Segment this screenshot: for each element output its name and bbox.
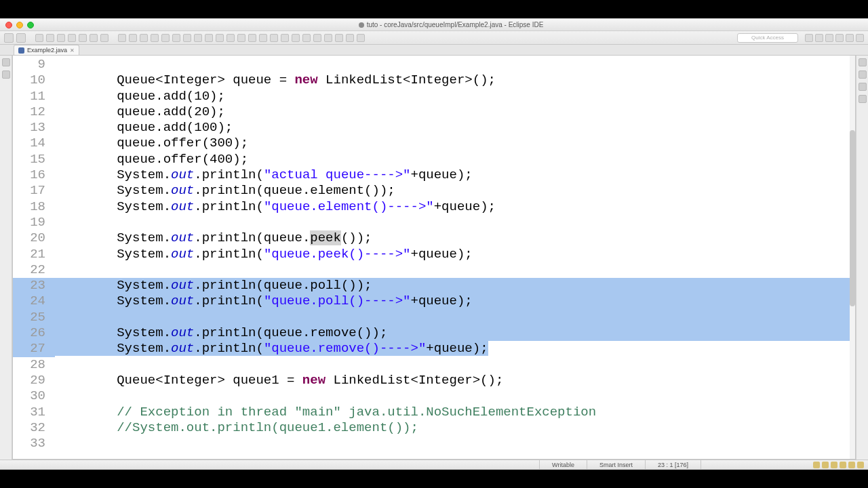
- tool-button[interactable]: [90, 34, 98, 42]
- tool-button[interactable]: [172, 34, 180, 42]
- tool-button[interactable]: [281, 34, 289, 42]
- code-line[interactable]: 30: [13, 388, 850, 404]
- perspective-button[interactable]: [805, 34, 813, 42]
- code-line[interactable]: 31 // Exception in thread "main" java.ut…: [13, 405, 850, 420]
- status-icon[interactable]: [813, 462, 820, 468]
- status-icon[interactable]: [848, 462, 855, 468]
- code-line[interactable]: 16 System.out.println("actual queue---->…: [13, 167, 850, 183]
- scrollbar-thumb[interactable]: [850, 130, 855, 306]
- dirty-indicator-icon: [359, 22, 364, 28]
- tool-button[interactable]: [79, 34, 87, 42]
- code-line[interactable]: 32 //System.out.println(queue1.element()…: [13, 420, 850, 436]
- status-icon[interactable]: [857, 462, 864, 468]
- tool-button[interactable]: [183, 34, 191, 42]
- tool-button[interactable]: [324, 34, 332, 42]
- code-line[interactable]: 33: [13, 436, 850, 451]
- tool-button[interactable]: [248, 34, 256, 42]
- forward-button[interactable]: [346, 34, 354, 42]
- code-line[interactable]: 26 System.out.println(queue.remove());: [13, 325, 850, 341]
- quick-access-input[interactable]: Quick Access: [737, 33, 798, 43]
- code-line[interactable]: 13 queue.add(100);: [13, 120, 850, 136]
- debug-button[interactable]: [46, 34, 54, 42]
- tool-button[interactable]: [302, 34, 311, 42]
- tool-button[interactable]: [216, 34, 224, 42]
- code-line[interactable]: 24 System.out.println("queue.poll()---->…: [13, 293, 850, 309]
- code-line[interactable]: 21 System.out.println("queue.peek()---->…: [13, 247, 850, 262]
- view-icon[interactable]: [2, 70, 10, 79]
- status-insert-mode: Smart Insert: [587, 460, 645, 469]
- code-line[interactable]: 20 System.out.println(queue.peek());: [13, 230, 850, 246]
- line-number: 21: [13, 247, 55, 262]
- perspective-button[interactable]: [815, 34, 823, 42]
- tool-button[interactable]: [100, 34, 108, 42]
- java-file-icon: [18, 47, 24, 54]
- code-line[interactable]: 14 queue.offer(300);: [13, 136, 850, 151]
- code-line[interactable]: 23 System.out.println(queue.poll());: [13, 278, 850, 293]
- zoom-window-button[interactable]: [27, 22, 34, 28]
- perspective-button[interactable]: [835, 34, 844, 42]
- tool-button[interactable]: [270, 34, 278, 42]
- status-writable: Writable: [539, 460, 587, 469]
- code-line[interactable]: 22: [13, 262, 850, 278]
- line-number: 27: [13, 341, 55, 357]
- tool-button[interactable]: [129, 34, 137, 42]
- line-number: 23: [13, 278, 55, 293]
- status-icon[interactable]: [831, 462, 837, 468]
- tool-button[interactable]: [292, 34, 300, 42]
- tool-button[interactable]: [259, 34, 267, 42]
- perspective-button[interactable]: [846, 34, 854, 42]
- tool-button[interactable]: [118, 34, 126, 42]
- perspective-button[interactable]: [825, 34, 833, 42]
- line-number: 32: [13, 420, 55, 436]
- code-line[interactable]: 18 System.out.println("queue.element()--…: [13, 199, 850, 215]
- tool-button[interactable]: [313, 34, 321, 42]
- tool-button[interactable]: [151, 34, 159, 42]
- tool-button[interactable]: [237, 34, 245, 42]
- tool-button[interactable]: [68, 34, 76, 42]
- view-icon[interactable]: [2, 58, 10, 66]
- code-line[interactable]: 27 System.out.println("queue.remove()---…: [13, 341, 850, 357]
- code-line[interactable]: 28: [13, 357, 850, 373]
- save-button[interactable]: [16, 33, 26, 43]
- line-number: 20: [13, 230, 55, 246]
- code-editor[interactable]: 910 Queue<Integer> queue = new LinkedLis…: [12, 56, 856, 460]
- code-line[interactable]: 25: [13, 310, 850, 325]
- code-line[interactable]: 29 Queue<Integer> queue1 = new LinkedLis…: [13, 373, 850, 388]
- view-icon[interactable]: [859, 70, 867, 79]
- tool-button[interactable]: [161, 34, 170, 42]
- status-icon[interactable]: [840, 462, 846, 468]
- line-number: 11: [13, 89, 55, 104]
- back-button[interactable]: [335, 34, 343, 42]
- code-line[interactable]: 15 queue.offer(400);: [13, 152, 850, 167]
- close-window-button[interactable]: [5, 22, 12, 28]
- tool-button[interactable]: [194, 34, 202, 42]
- close-tab-icon[interactable]: ✕: [70, 47, 75, 54]
- tool-button[interactable]: [357, 34, 365, 42]
- status-cursor-pos: 23 : 1 [176]: [645, 460, 701, 469]
- code-line[interactable]: 10 Queue<Integer> queue = new LinkedList…: [13, 73, 850, 88]
- vertical-scrollbar[interactable]: [850, 56, 855, 459]
- line-number: 22: [13, 262, 55, 278]
- new-button[interactable]: [4, 33, 14, 43]
- line-number: 24: [13, 293, 55, 309]
- view-icon[interactable]: [859, 83, 867, 91]
- tool-button[interactable]: [226, 34, 235, 42]
- tab-example2-java[interactable]: Example2.java ✕: [14, 45, 79, 55]
- titlebar[interactable]: tuto - coreJava/src/queueImpl/Example2.j…: [0, 19, 868, 31]
- perspective-button[interactable]: [856, 34, 864, 42]
- code-line[interactable]: 12 queue.add(20);: [13, 104, 850, 120]
- run-button[interactable]: [57, 34, 65, 42]
- tool-button[interactable]: [35, 34, 43, 42]
- minimize-window-button[interactable]: [16, 22, 23, 28]
- code-line[interactable]: 9: [13, 57, 850, 73]
- code-line[interactable]: 11 queue.add(10);: [13, 89, 850, 104]
- code-line[interactable]: 17 System.out.println(queue.element());: [13, 183, 850, 199]
- view-icon[interactable]: [859, 95, 867, 103]
- line-number: 19: [13, 215, 55, 230]
- tool-button[interactable]: [205, 34, 213, 42]
- code-line[interactable]: 19: [13, 215, 850, 230]
- tool-button[interactable]: [140, 34, 148, 42]
- status-icon[interactable]: [822, 462, 829, 468]
- view-icon[interactable]: [859, 58, 867, 66]
- line-number: 17: [13, 183, 55, 199]
